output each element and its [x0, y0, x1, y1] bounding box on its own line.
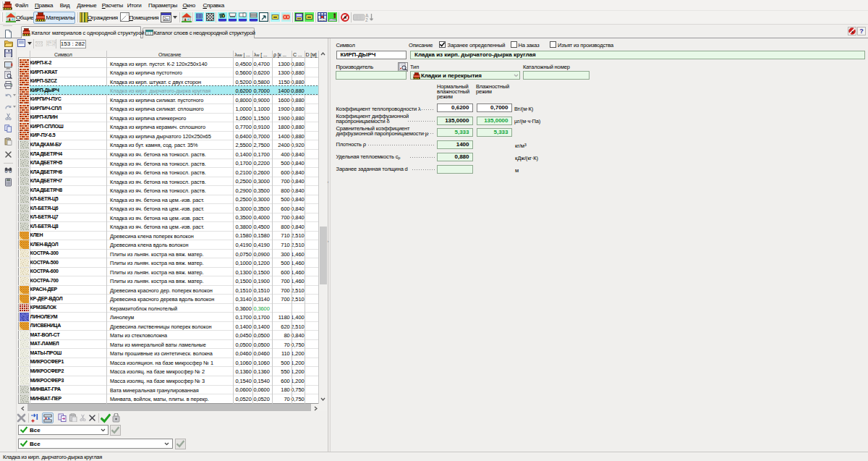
svg-text:2: 2 [365, 17, 368, 22]
